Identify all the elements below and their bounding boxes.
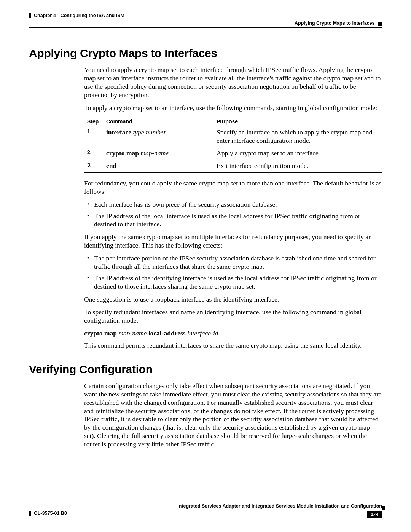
para-verify: Certain configuration changes only take … — [84, 382, 382, 449]
cmd-ital: map-name — [118, 329, 147, 337]
footer-page-number: 4-9 — [367, 511, 382, 518]
command-table: Step Command Purpose 1. interface type n… — [84, 117, 382, 173]
list-item: Each interface has its own piece of the … — [84, 201, 382, 209]
cmd-bold: crypto map — [106, 149, 139, 157]
doc-id-text: OL-3575-01 B0 — [34, 511, 67, 516]
para-identifying: If you apply the same crypto map set to … — [84, 233, 382, 250]
cmd-bold: interface — [106, 128, 131, 136]
cell-command: interface type number — [103, 126, 213, 147]
list-item: The IP address of the identifying interf… — [84, 274, 382, 291]
footer-book-title: Integrated Services Adapter and Integrat… — [29, 503, 382, 509]
header-section-breadcrumb: Applying Crypto Maps to Interfaces — [29, 21, 382, 26]
para-intro-2: To apply a crypto map set to an interfac… — [84, 104, 382, 112]
cell-command: end — [103, 160, 213, 173]
cell-purpose: Specify an interface on which to apply t… — [213, 126, 382, 147]
cell-step: 3. — [84, 160, 103, 173]
footer-doc-id: OL-3575-01 B0 — [29, 511, 67, 516]
running-header: Chapter 4 Configuring the ISA and ISM — [29, 13, 382, 18]
command-line-syntax: crypto map map-name local-address interf… — [84, 329, 382, 338]
th-purpose: Purpose — [213, 117, 382, 126]
cell-step: 2. — [84, 147, 103, 160]
cmd-bold: crypto map — [84, 329, 117, 337]
para-specify-cmd: To specify redundant interfaces and name… — [84, 308, 382, 325]
footer-rule — [29, 510, 382, 510]
list-item: The IP address of the local interface is… — [84, 212, 382, 229]
bullet-list-1: Each interface has its own piece of the … — [84, 201, 382, 229]
chapter-label: Chapter 4 — [34, 13, 56, 18]
header-rule — [29, 27, 382, 28]
table-row: 3. end Exit interface configuration mode… — [84, 160, 382, 173]
footer-marker-icon — [382, 506, 385, 510]
th-step: Step — [84, 117, 103, 126]
cmd-bold: local-address — [148, 329, 186, 337]
cell-purpose: Apply a crypto map set to an interface. — [213, 147, 382, 160]
chapter-title: Configuring the ISA and ISM — [61, 13, 124, 18]
para-permits: This command permits redundant interface… — [84, 342, 382, 350]
header-square-icon — [378, 22, 382, 26]
header-bar-icon — [29, 13, 31, 18]
list-item: The per-interface portion of the IPSec s… — [84, 254, 382, 271]
section-heading-verifying: Verifying Configuration — [29, 363, 382, 376]
cell-step: 1. — [84, 126, 103, 147]
footer-bar-icon — [29, 511, 31, 516]
cmd-ital: map-name — [140, 149, 169, 157]
page-number-text: 4-9 — [371, 511, 378, 518]
table-row: 1. interface type number Specify an inte… — [84, 126, 382, 147]
cell-command: crypto map map-name — [103, 147, 213, 160]
para-redundancy: For redundancy, you could apply the same… — [84, 179, 382, 196]
section-heading-applying: Applying Crypto Maps to Interfaces — [29, 47, 382, 60]
page-footer: Integrated Services Adapter and Integrat… — [29, 503, 382, 518]
para-intro-1: You need to apply a crypto map set to ea… — [84, 66, 382, 99]
para-loopback: One suggestion is to use a loopback inte… — [84, 296, 382, 304]
breadcrumb-text: Applying Crypto Maps to Interfaces — [295, 21, 374, 26]
cmd-ital: type number — [133, 128, 166, 136]
cmd-bold: end — [106, 162, 116, 169]
bullet-list-2: The per-interface portion of the IPSec s… — [84, 254, 382, 291]
table-row: 2. crypto map map-name Apply a crypto ma… — [84, 147, 382, 160]
cmd-ital: interface-id — [187, 329, 218, 337]
cell-purpose: Exit interface configuration mode. — [213, 160, 382, 173]
th-command: Command — [103, 117, 213, 126]
